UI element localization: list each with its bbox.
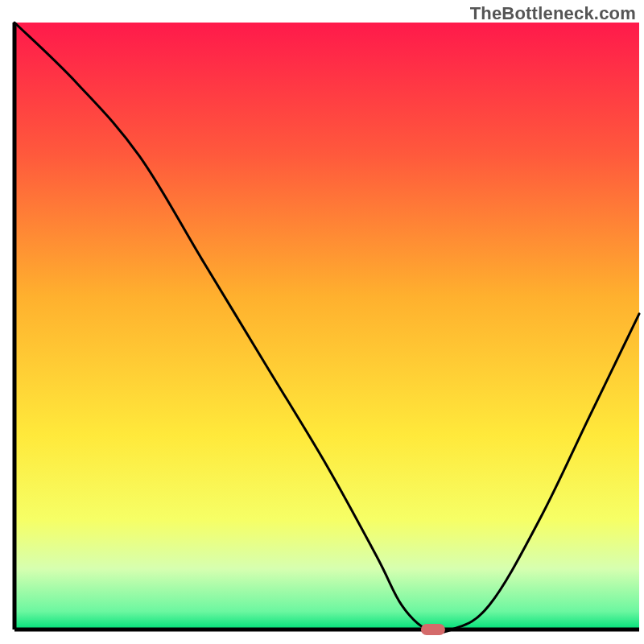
chart-container: TheBottleneck.com [0, 0, 644, 644]
bottleneck-chart [0, 0, 644, 644]
watermark-text: TheBottleneck.com [470, 3, 636, 24]
optimal-marker [421, 624, 445, 635]
plot-background [14, 23, 639, 630]
